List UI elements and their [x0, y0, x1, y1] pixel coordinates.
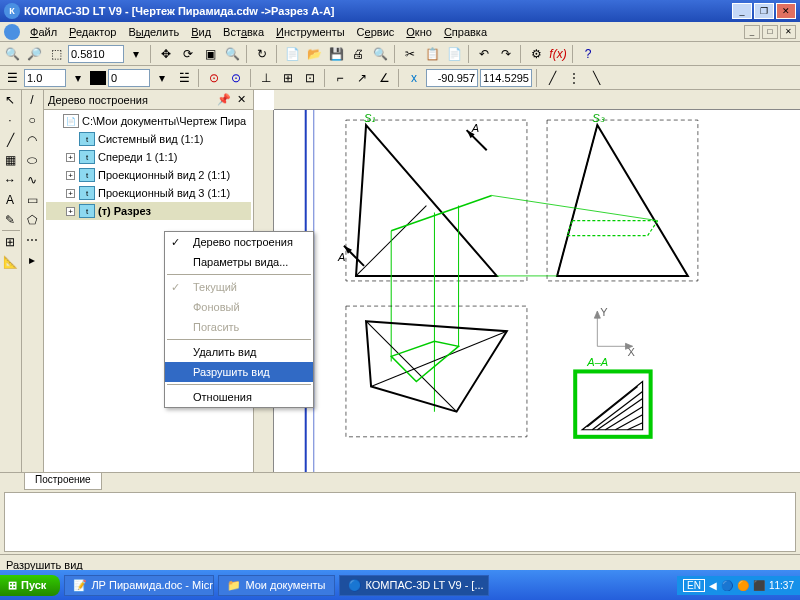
- tree-doc[interactable]: 📄 C:\Мои документы\Чертеж Пира: [46, 112, 251, 130]
- clock[interactable]: 11:37: [769, 580, 794, 591]
- grid-icon[interactable]: ⊞: [278, 68, 298, 88]
- layer-color-icon[interactable]: [90, 71, 106, 85]
- tray-icon[interactable]: ◀: [709, 580, 717, 591]
- ellipse-icon[interactable]: ⬭: [22, 150, 42, 170]
- menu-service[interactable]: Сервис: [351, 24, 401, 40]
- tree-view-section[interactable]: +t (т) Разрез: [46, 202, 251, 220]
- start-button[interactable]: ⊞ Пуск: [0, 575, 60, 596]
- ctx-relations[interactable]: Отношения: [165, 387, 313, 407]
- arrow-tool-icon[interactable]: ↖: [0, 90, 20, 110]
- expand-icon[interactable]: +: [66, 189, 75, 198]
- task-word[interactable]: 📝 ЛР Пирамида.doc - Micr...: [64, 575, 214, 596]
- fit-icon[interactable]: ▣: [200, 44, 220, 64]
- restore-button[interactable]: ❐: [754, 3, 774, 19]
- zoom-in-icon[interactable]: 🔍: [2, 44, 22, 64]
- angle-icon[interactable]: ∠: [374, 68, 394, 88]
- ortho-icon[interactable]: ⊥: [256, 68, 276, 88]
- new-icon[interactable]: 📄: [282, 44, 302, 64]
- mdi-close-button[interactable]: ✕: [780, 25, 796, 39]
- tab-build[interactable]: Построение: [24, 473, 102, 490]
- print-icon[interactable]: 🖨: [348, 44, 368, 64]
- tree-view-proj2[interactable]: +t Проекционный вид 2 (1:1): [46, 166, 251, 184]
- menu-insert[interactable]: Вставка: [217, 24, 270, 40]
- layer-input[interactable]: [108, 69, 150, 87]
- snap-blue-icon[interactable]: ⊙: [226, 68, 246, 88]
- menu-file[interactable]: ФФайлайл: [24, 24, 63, 40]
- spline-icon[interactable]: ∿: [22, 170, 42, 190]
- ctx-tree[interactable]: ✓Дерево построения: [165, 232, 313, 252]
- line3-icon[interactable]: ╲: [586, 68, 606, 88]
- tray-icon[interactable]: 🟠: [737, 580, 749, 591]
- phantom-icon[interactable]: ⋯: [22, 230, 42, 250]
- help-icon[interactable]: ?: [578, 44, 598, 64]
- hatch-tool-icon[interactable]: ▦: [0, 150, 20, 170]
- properties-icon[interactable]: ⚙: [526, 44, 546, 64]
- paste-icon[interactable]: 📄: [444, 44, 464, 64]
- menu-help[interactable]: Справка: [438, 24, 493, 40]
- aux-icon[interactable]: ▸: [22, 250, 42, 270]
- expand-icon[interactable]: +: [66, 207, 75, 216]
- mdi-restore-button[interactable]: □: [762, 25, 778, 39]
- mdi-minimize-button[interactable]: _: [744, 25, 760, 39]
- measure-tool-icon[interactable]: 📐: [0, 252, 20, 272]
- ctx-view-params[interactable]: Параметры вида...: [165, 252, 313, 272]
- dropdown-icon[interactable]: ▾: [126, 44, 146, 64]
- drawing-canvas[interactable]: А А S₁ S₃: [274, 110, 800, 472]
- tree-view-system[interactable]: t Системный вид (1:1): [46, 130, 251, 148]
- preview-icon[interactable]: 🔍: [370, 44, 390, 64]
- pan-icon[interactable]: ✥: [156, 44, 176, 64]
- tree-close-icon[interactable]: ✕: [234, 93, 249, 106]
- menu-window[interactable]: Окно: [400, 24, 438, 40]
- zoom-input[interactable]: [68, 45, 124, 63]
- zoom-out-icon[interactable]: 🔎: [24, 44, 44, 64]
- refresh-icon[interactable]: ↻: [252, 44, 272, 64]
- redo-icon[interactable]: ↷: [496, 44, 516, 64]
- tree-view-front[interactable]: +t Спереди 1 (1:1): [46, 148, 251, 166]
- ctx-destroy-view[interactable]: Разрушить вид: [165, 362, 313, 382]
- ctx-delete-view[interactable]: Удалить вид: [165, 342, 313, 362]
- open-icon[interactable]: 📂: [304, 44, 324, 64]
- rotate-icon[interactable]: ⟳: [178, 44, 198, 64]
- cut-icon[interactable]: ✂: [400, 44, 420, 64]
- snap-icon[interactable]: ⊡: [300, 68, 320, 88]
- arc-icon[interactable]: ◠: [22, 130, 42, 150]
- scale-dd-icon[interactable]: ▾: [68, 68, 88, 88]
- text-tool-icon[interactable]: A: [0, 190, 20, 210]
- rect-icon[interactable]: ▭: [22, 190, 42, 210]
- tray-icon[interactable]: ⬛: [753, 580, 765, 591]
- tree-pin-icon[interactable]: 📌: [214, 93, 234, 106]
- param-tool-icon[interactable]: ⊞: [0, 232, 20, 252]
- task-folder[interactable]: 📁 Мои документы: [218, 575, 334, 596]
- menu-tools[interactable]: Инструменты: [270, 24, 351, 40]
- circle-icon[interactable]: ○: [22, 110, 42, 130]
- zoom-all-icon[interactable]: 🔍: [222, 44, 242, 64]
- menu-select[interactable]: Выделить: [122, 24, 185, 40]
- point-tool-icon[interactable]: ·: [0, 110, 20, 130]
- state-icon[interactable]: ☰: [2, 68, 22, 88]
- task-kompas[interactable]: 🔵 КОМПАС-3D LT V9 - [...: [339, 575, 489, 596]
- layer-dd-icon[interactable]: ▾: [152, 68, 172, 88]
- snap-red-icon[interactable]: ⊙: [204, 68, 224, 88]
- menu-edit[interactable]: Редактор: [63, 24, 122, 40]
- lang-indicator[interactable]: EN: [683, 579, 705, 592]
- edit-tool-icon[interactable]: ✎: [0, 210, 20, 230]
- minimize-button[interactable]: _: [732, 3, 752, 19]
- layers-icon[interactable]: ☱: [174, 68, 194, 88]
- tree-view-proj3[interactable]: +t Проекционный вид 3 (1:1): [46, 184, 251, 202]
- save-icon[interactable]: 💾: [326, 44, 346, 64]
- copy-icon[interactable]: 📋: [422, 44, 442, 64]
- expand-icon[interactable]: +: [66, 171, 75, 180]
- coord-y[interactable]: [480, 69, 532, 87]
- vars-icon[interactable]: f(x): [548, 44, 568, 64]
- coord-x[interactable]: [426, 69, 478, 87]
- cs-icon[interactable]: ↗: [352, 68, 372, 88]
- line2-icon[interactable]: ⋮: [564, 68, 584, 88]
- dim-tool-icon[interactable]: ↔: [0, 170, 20, 190]
- line1-icon[interactable]: ╱: [542, 68, 562, 88]
- seg-icon[interactable]: /: [22, 90, 42, 110]
- scale-input[interactable]: [24, 69, 66, 87]
- close-button[interactable]: ✕: [776, 3, 796, 19]
- undo-icon[interactable]: ↶: [474, 44, 494, 64]
- tray-icon[interactable]: 🔵: [721, 580, 733, 591]
- local-cs-icon[interactable]: ⌐: [330, 68, 350, 88]
